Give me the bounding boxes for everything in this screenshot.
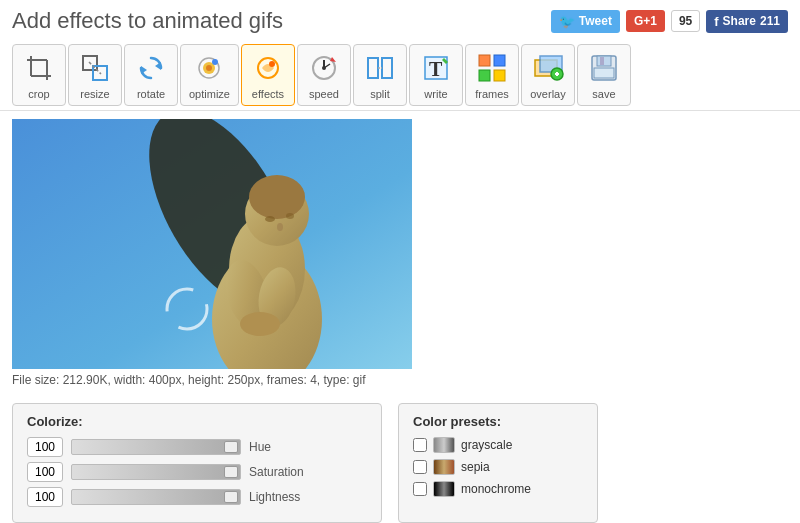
- split-label: split: [370, 88, 390, 100]
- saturation-slider-track[interactable]: [71, 464, 241, 480]
- write-icon: T: [418, 50, 454, 86]
- toolbar: cropresizerotateoptimizeeffectsspeedspli…: [0, 40, 800, 111]
- header: Add effects to animated gifs 🐦 Tweet G+1…: [0, 0, 800, 40]
- write-label: write: [424, 88, 447, 100]
- svg-rect-24: [479, 55, 490, 66]
- hue-number-input[interactable]: [27, 437, 63, 457]
- svg-point-48: [240, 312, 280, 336]
- preset-row-monochrome: monochrome: [413, 481, 583, 497]
- tool-optimize[interactable]: optimize: [180, 44, 239, 106]
- svg-rect-35: [600, 57, 604, 65]
- svg-rect-19: [382, 58, 392, 78]
- lightness-slider-track[interactable]: [71, 489, 241, 505]
- svg-marker-17: [330, 57, 336, 62]
- hue-slider-thumb: [224, 441, 238, 453]
- tool-overlay[interactable]: overlay: [521, 44, 575, 106]
- resize-label: resize: [80, 88, 109, 100]
- overlay-icon: [530, 50, 566, 86]
- overlay-label: overlay: [530, 88, 565, 100]
- svg-point-12: [212, 59, 218, 65]
- sliders-container: HueSaturationLightness: [27, 437, 367, 507]
- svg-marker-8: [141, 66, 147, 74]
- tool-resize[interactable]: resize: [68, 44, 122, 106]
- lightness-slider-thumb: [224, 491, 238, 503]
- sepia-label: sepia: [461, 460, 490, 474]
- tool-crop[interactable]: crop: [12, 44, 66, 106]
- preset-row-grayscale: grayscale: [413, 437, 583, 453]
- svg-point-45: [277, 223, 283, 231]
- saturation-slider-thumb: [224, 466, 238, 478]
- effects-label: effects: [252, 88, 284, 100]
- svg-rect-25: [494, 55, 505, 66]
- hue-label: Hue: [249, 440, 319, 454]
- tool-write[interactable]: Twrite: [409, 44, 463, 106]
- twitter-icon: 🐦: [559, 14, 575, 29]
- svg-point-42: [249, 175, 305, 219]
- svg-point-44: [286, 213, 294, 219]
- grayscale-thumb: [433, 437, 455, 453]
- optimize-icon: [191, 50, 227, 86]
- slider-row-lightness: Lightness: [27, 487, 367, 507]
- frames-icon: [474, 50, 510, 86]
- svg-rect-36: [594, 68, 614, 78]
- colorize-panel: Colorize: HueSaturationLightness: [12, 403, 382, 523]
- saturation-number-input[interactable]: [27, 462, 63, 482]
- monochrome-thumb: [433, 481, 455, 497]
- resize-icon: [77, 50, 113, 86]
- grayscale-label: grayscale: [461, 438, 512, 452]
- rotate-icon: [133, 50, 169, 86]
- effects-icon: [250, 50, 286, 86]
- svg-point-11: [206, 65, 212, 71]
- sepia-checkbox[interactable]: [413, 460, 427, 474]
- frames-label: frames: [475, 88, 509, 100]
- svg-rect-27: [494, 70, 505, 81]
- saturation-label: Saturation: [249, 465, 319, 479]
- gplus-count: 95: [671, 10, 700, 32]
- lightness-number-input[interactable]: [27, 487, 63, 507]
- sepia-thumb: [433, 459, 455, 475]
- svg-marker-7: [155, 62, 161, 70]
- tweet-button[interactable]: 🐦 Tweet: [551, 10, 620, 33]
- optimize-label: optimize: [189, 88, 230, 100]
- facebook-count: 211: [760, 14, 780, 28]
- save-label: save: [592, 88, 615, 100]
- lightness-label: Lightness: [249, 490, 319, 504]
- tool-split[interactable]: split: [353, 44, 407, 106]
- statue-image: [12, 119, 412, 369]
- svg-point-14: [269, 61, 275, 67]
- svg-text:T: T: [429, 58, 443, 80]
- facebook-icon: f: [714, 14, 718, 29]
- page-title: Add effects to animated gifs: [12, 8, 283, 34]
- svg-rect-26: [479, 70, 490, 81]
- svg-line-6: [89, 62, 101, 74]
- social-buttons: 🐦 Tweet G+1 95 f Share 211: [551, 10, 788, 33]
- facebook-button[interactable]: f Share 211: [706, 10, 788, 33]
- monochrome-checkbox[interactable]: [413, 482, 427, 496]
- split-icon: [362, 50, 398, 86]
- hue-slider-track[interactable]: [71, 439, 241, 455]
- controls-area: Colorize: HueSaturationLightness Color p…: [0, 393, 800, 523]
- facebook-share-label: Share: [723, 14, 756, 28]
- tool-speed[interactable]: speed: [297, 44, 351, 106]
- tool-rotate[interactable]: rotate: [124, 44, 178, 106]
- save-icon: [586, 50, 622, 86]
- file-info: File size: 212.90K, width: 400px, height…: [12, 373, 788, 387]
- gplus-button[interactable]: G+1: [626, 10, 665, 32]
- colorize-title: Colorize:: [27, 414, 367, 429]
- slider-row-saturation: Saturation: [27, 462, 367, 482]
- tool-frames[interactable]: frames: [465, 44, 519, 106]
- presets-title: Color presets:: [413, 414, 583, 429]
- presets-panel: Color presets: grayscalesepiamonochrome: [398, 403, 598, 523]
- speed-icon: [306, 50, 342, 86]
- svg-rect-18: [368, 58, 378, 78]
- grayscale-checkbox[interactable]: [413, 438, 427, 452]
- tool-save[interactable]: save: [577, 44, 631, 106]
- rotate-label: rotate: [137, 88, 165, 100]
- image-area: File size: 212.90K, width: 400px, height…: [0, 119, 800, 387]
- image-container: [12, 119, 412, 369]
- svg-point-43: [265, 216, 275, 222]
- gplus-label: G+1: [634, 14, 657, 28]
- svg-point-16: [322, 66, 326, 70]
- tweet-label: Tweet: [579, 14, 612, 28]
- tool-effects[interactable]: effects: [241, 44, 295, 106]
